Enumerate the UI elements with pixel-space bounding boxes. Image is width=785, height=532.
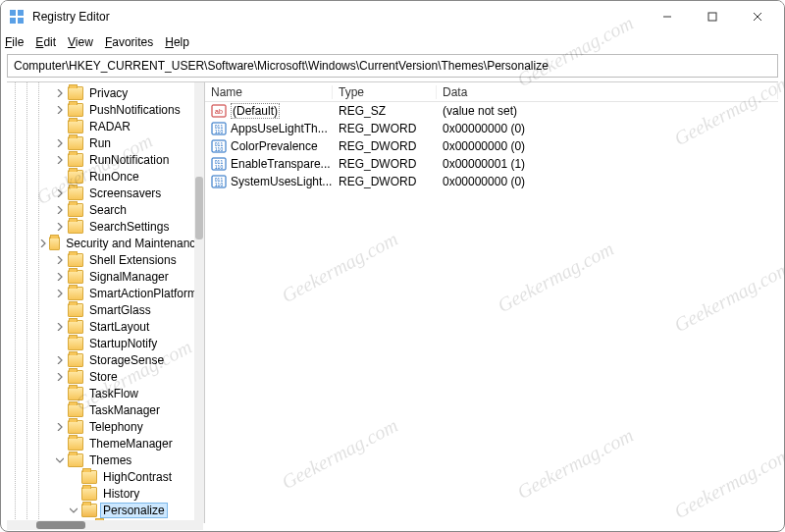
tree-item[interactable]: Shell Extensions xyxy=(7,251,204,268)
tree-item[interactable]: RunOnce xyxy=(7,168,204,185)
title-bar: Registry Editor xyxy=(1,1,784,32)
dword-value-icon: 011110 xyxy=(211,156,227,172)
value-row[interactable]: 011110AppsUseLightTh...REG_DWORD0x000000… xyxy=(205,120,778,137)
value-name: SystemUsesLight... xyxy=(231,175,332,188)
folder-icon xyxy=(68,403,83,417)
registry-tree[interactable]: PrivacyPushNotificationsRADARRunRunNotif… xyxy=(7,82,204,523)
tree-item[interactable]: Themes xyxy=(7,452,204,468)
chevron-right-icon[interactable] xyxy=(54,187,66,199)
value-name: EnableTranspare... xyxy=(231,157,331,171)
menu-view[interactable]: View xyxy=(68,35,93,49)
tree-item[interactable]: StorageSense xyxy=(7,351,204,368)
chevron-right-icon[interactable] xyxy=(54,371,66,383)
value-type: REG_DWORD xyxy=(333,139,437,153)
column-name[interactable]: Name xyxy=(205,85,333,99)
folder-icon xyxy=(68,437,83,451)
tree-item[interactable]: StartupNotify xyxy=(7,335,204,351)
menu-bar: File Edit View Favorites Help xyxy=(1,32,784,52)
chevron-right-icon[interactable] xyxy=(54,87,66,99)
chevron-right-icon[interactable] xyxy=(54,104,66,116)
tree-item[interactable]: Run xyxy=(7,134,204,151)
tree-scrollbar[interactable] xyxy=(194,82,204,523)
address-bar[interactable]: Computer\HKEY_CURRENT_USER\Software\Micr… xyxy=(7,54,778,78)
tree-item[interactable]: SignalManager xyxy=(7,268,204,285)
tree-item[interactable]: Security and Maintenance xyxy=(7,235,204,251)
values-list[interactable]: Name Type Data ab(Default)REG_SZ(value n… xyxy=(205,82,778,190)
tree-pane: PrivacyPushNotificationsRADARRunRunNotif… xyxy=(7,82,205,523)
menu-edit[interactable]: Edit xyxy=(35,35,56,49)
tree-item-label: StartupNotify xyxy=(87,337,159,350)
chevron-none xyxy=(54,438,66,450)
tree-item[interactable]: TaskManager xyxy=(7,401,204,418)
minimize-button[interactable] xyxy=(645,1,690,32)
chevron-down-icon[interactable] xyxy=(68,505,79,516)
main-split: PrivacyPushNotificationsRADARRunRunNotif… xyxy=(7,81,778,523)
value-type: REG_SZ xyxy=(333,104,437,118)
tree-item[interactable]: HighContrast xyxy=(7,468,204,485)
tree-hscroll-thumb[interactable] xyxy=(36,521,85,529)
value-row[interactable]: 011110EnableTranspare...REG_DWORD0x00000… xyxy=(205,155,778,173)
tree-item[interactable]: Store xyxy=(7,368,204,385)
folder-icon xyxy=(68,120,83,133)
tree-item[interactable]: Personalize xyxy=(7,502,204,518)
svg-rect-2 xyxy=(10,18,16,24)
list-header[interactable]: Name Type Data xyxy=(205,82,778,102)
chevron-none xyxy=(54,388,66,399)
tree-item[interactable]: StartLayout xyxy=(7,318,204,335)
tree-item[interactable]: Privacy xyxy=(7,84,204,101)
tree-item[interactable]: RADAR xyxy=(7,118,204,134)
column-data[interactable]: Data xyxy=(437,85,778,99)
menu-help[interactable]: Help xyxy=(165,35,189,49)
tree-item-label: Personalize xyxy=(101,504,167,517)
tree-item[interactable]: Telephony xyxy=(7,418,204,435)
chevron-down-icon[interactable] xyxy=(54,454,66,466)
tree-item[interactable]: SearchSettings xyxy=(7,218,204,235)
chevron-right-icon[interactable] xyxy=(54,321,66,333)
folder-icon xyxy=(68,203,83,217)
chevron-right-icon[interactable] xyxy=(54,354,66,366)
chevron-right-icon[interactable] xyxy=(39,238,47,249)
chevron-right-icon[interactable] xyxy=(54,288,66,299)
chevron-right-icon[interactable] xyxy=(54,137,66,149)
chevron-none xyxy=(54,121,66,133)
tree-item[interactable]: PushNotifications xyxy=(7,101,204,118)
chevron-right-icon[interactable] xyxy=(54,421,66,433)
value-row[interactable]: 011110SystemUsesLight...REG_DWORD0x00000… xyxy=(205,173,778,190)
maximize-button[interactable] xyxy=(690,1,735,32)
tree-item[interactable]: History xyxy=(7,485,204,502)
chevron-right-icon[interactable] xyxy=(54,254,66,266)
tree-item[interactable]: Search xyxy=(7,201,204,218)
tree-scrollbar-thumb[interactable] xyxy=(195,177,203,239)
tree-item[interactable]: TaskFlow xyxy=(7,385,204,401)
column-type[interactable]: Type xyxy=(333,85,437,99)
chevron-right-icon[interactable] xyxy=(54,204,66,216)
folder-icon xyxy=(68,420,83,434)
tree-item[interactable]: SmartGlass xyxy=(7,301,204,318)
folder-icon xyxy=(68,86,83,100)
folder-icon xyxy=(81,470,97,484)
menu-file[interactable]: File xyxy=(5,35,24,49)
tree-item[interactable]: ThemeManager xyxy=(7,435,204,452)
tree-item-label: RunOnce xyxy=(87,170,141,184)
tree-item[interactable]: RunNotification xyxy=(7,151,204,168)
chevron-right-icon[interactable] xyxy=(54,271,66,283)
folder-icon xyxy=(68,253,83,267)
tree-item-label: Shell Extensions xyxy=(87,253,179,267)
value-type: REG_DWORD xyxy=(333,122,437,135)
value-row[interactable]: 011110ColorPrevalenceREG_DWORD0x00000000… xyxy=(205,137,778,155)
value-row[interactable]: ab(Default)REG_SZ(value not set) xyxy=(205,102,778,120)
close-button[interactable] xyxy=(735,1,780,32)
folder-icon xyxy=(68,220,83,234)
chevron-right-icon[interactable] xyxy=(54,154,66,166)
tree-item-label: StartLayout xyxy=(87,320,151,334)
value-data: (value not set) xyxy=(437,104,778,118)
address-text: Computer\HKEY_CURRENT_USER\Software\Micr… xyxy=(14,59,549,73)
tree-item[interactable]: SmartActionPlatform xyxy=(7,285,204,301)
folder-icon xyxy=(68,370,83,384)
tree-item-label: SignalManager xyxy=(87,270,171,284)
chevron-none xyxy=(54,404,66,416)
menu-favorites[interactable]: Favorites xyxy=(105,35,153,49)
tree-item[interactable]: Screensavers xyxy=(7,185,204,201)
tree-hscroll[interactable] xyxy=(7,520,203,530)
chevron-right-icon[interactable] xyxy=(54,221,66,233)
